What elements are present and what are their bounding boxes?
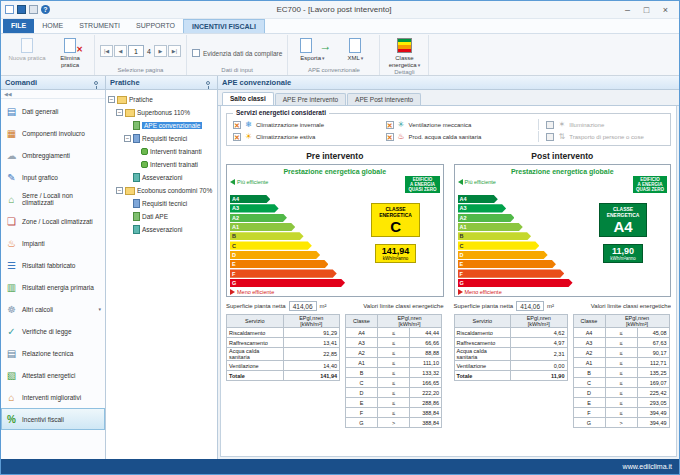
sidebar-item-attestati-energetici[interactable]: ▧Attestati energetici xyxy=(1,364,105,386)
table-row: Riscaldamento91,29 xyxy=(227,328,340,338)
page-total-label: 4 xyxy=(145,48,153,55)
class-limit: 45,08 xyxy=(637,328,669,338)
tree-item-requisiti-tecnici-eco[interactable]: Requisiti tecnici xyxy=(106,197,217,210)
sidebar-item-serre-locali-non-climatizzati[interactable]: ⌂Serre / Locali non climatizzati xyxy=(1,188,105,210)
tree-item-interventi-trainanti[interactable]: Interventi trainanti xyxy=(106,145,217,158)
sidebar-item-ombreggiamenti[interactable]: ☁Ombreggiamenti xyxy=(1,144,105,166)
class-limit: 88,88 xyxy=(410,348,442,358)
tab-salto-classi[interactable]: Salto classi xyxy=(222,92,274,105)
print-icon[interactable] xyxy=(29,5,38,14)
checkbox-checked-icon[interactable]: ✕ xyxy=(386,133,394,141)
sidebar-item-altri-calcoli[interactable]: ☸Altri calcoli▾ xyxy=(1,298,105,320)
sidebar-item-dati-generali[interactable]: ▤Dati generali xyxy=(1,100,105,122)
group-label-dettagli: Dettagli xyxy=(385,68,423,76)
service-acqua-calda-sanitaria[interactable]: ✕♨Prod. acqua calda sanitaria xyxy=(386,131,531,142)
checkbox-checked-icon[interactable]: ✕ xyxy=(233,121,241,129)
ribbon-tab-strumenti[interactable]: STRUMENTI xyxy=(71,19,128,33)
pin-icon[interactable] xyxy=(206,81,210,85)
hot-water-icon: ♨ xyxy=(397,132,406,141)
page-navigator: |◀ ◀ 1 4 ▶ ▶| xyxy=(100,45,181,57)
service-climatizzazione-invernale[interactable]: ✕❄Climatizzazione invernale xyxy=(233,119,378,130)
sidebar-item-risultati-fabbricato[interactable]: ☰Risultati fabbricato xyxy=(1,254,105,276)
red-arrow-icon xyxy=(230,289,235,295)
tree-item-ecobonus[interactable]: −Ecobonus condomini 70% xyxy=(106,184,217,197)
prev-page-button[interactable]: ◀ xyxy=(114,45,127,57)
maximize-button[interactable]: □ xyxy=(637,3,656,17)
dropdown-icon: ▾ xyxy=(98,306,101,313)
sidebar-item-relazione-tecnica[interactable]: ▤Relazione tecnica xyxy=(1,342,105,364)
nuova-pratica-button[interactable]: Nuova pratica xyxy=(8,36,46,68)
sidebar-item-risultati-energia-primaria[interactable]: ▥Risultati energia primaria xyxy=(1,276,105,298)
help-icon[interactable]: ? xyxy=(41,5,50,14)
sidebar-item-verifiche-di-legge[interactable]: ✓Verifiche di legge xyxy=(1,320,105,342)
tree-expander[interactable]: − xyxy=(108,96,115,103)
xml-button[interactable]: XML▾ xyxy=(336,36,374,62)
ribbon-tab-supporto[interactable]: SUPPORTO xyxy=(128,19,183,33)
table-row-total: Totale141,94 xyxy=(227,371,340,381)
edilclima-link[interactable]: www.edilclima.it xyxy=(623,463,672,470)
service-ventilazione-meccanica[interactable]: ✕✳Ventilazione meccanica xyxy=(386,119,531,130)
class-limit: 225,42 xyxy=(637,388,669,398)
minimize-button[interactable]: – xyxy=(618,3,637,17)
ribbon-tab-home[interactable]: HOME xyxy=(34,19,71,33)
sidebar-item-incentivi-fiscali[interactable]: %Incentivi fiscali xyxy=(1,408,105,430)
tree-item-interventi-trainati[interactable]: Interventi trainati xyxy=(106,158,217,171)
save-icon[interactable] xyxy=(17,5,26,14)
table-row: A1≤111,10 xyxy=(346,358,442,368)
tab-ape-pre-intervento[interactable]: APE Pre intervento xyxy=(275,93,346,105)
service-illuminazione: ✶Illuminazione xyxy=(538,119,664,130)
class-bar-e: E xyxy=(230,260,328,268)
tree-item-asseverazioni[interactable]: Asseverazioni xyxy=(106,171,217,184)
page-number-input[interactable]: 1 xyxy=(128,45,144,57)
tree-item-asseverazioni-eco[interactable]: Asseverazioni xyxy=(106,223,217,236)
new-file-icon[interactable] xyxy=(5,5,14,14)
tree-item-pratiche[interactable]: −Pratiche xyxy=(106,93,217,106)
class-bar-a1: A1 xyxy=(230,223,295,231)
elimina-pratica-button[interactable]: ✕ Elimina pratica xyxy=(51,36,89,68)
collapse-sidebar-button[interactable]: ◀◀ xyxy=(4,90,12,98)
ribbon-tab-incentivi-fiscali[interactable]: INCENTIVI FISCALI xyxy=(183,19,265,33)
more-efficient-label: Più efficiente xyxy=(458,178,496,186)
sidebar-item-impianti[interactable]: ♨Impianti xyxy=(1,232,105,254)
table-row: G>394,49 xyxy=(573,418,669,428)
tree-expander[interactable]: − xyxy=(116,187,123,194)
tree-item-dati-ape[interactable]: Dati APE xyxy=(106,210,217,223)
tree-item-superbonus[interactable]: −Superbonus 110% xyxy=(106,106,217,119)
classe-energetica-button[interactable]: Classe energetica▾ xyxy=(385,36,423,68)
ribbon-tab-file[interactable]: FILE xyxy=(3,19,34,33)
checkbox-checked-icon[interactable]: ✕ xyxy=(386,121,394,129)
salto-classi-page: Servizi energetici considerati ✕❄Climati… xyxy=(220,106,677,457)
evidenzia-checkbox[interactable] xyxy=(192,49,200,57)
tree-item-requisiti-tecnici[interactable]: −Requisiti tecnici xyxy=(106,132,217,145)
tree-item-ape-convenzionale[interactable]: APE convenzionale xyxy=(106,119,217,132)
tree-expander[interactable]: − xyxy=(124,135,131,142)
class-limit: 222,20 xyxy=(410,388,442,398)
service-climatizzazione-estiva[interactable]: ✕☀Climatizzazione estiva xyxy=(233,131,378,142)
service-trasporto: ⇅Trasporto di persone o cose xyxy=(538,131,664,142)
service-value: 4,62 xyxy=(511,328,568,338)
sidebar-item-zone-locali-climatizzati[interactable]: ❏Zone / Locali climatizzati xyxy=(1,210,105,232)
checkbox-checked-icon[interactable]: ✕ xyxy=(233,133,241,141)
next-page-button[interactable]: ▶ xyxy=(154,45,167,57)
first-page-button[interactable]: |◀ xyxy=(100,45,113,57)
export-icon: → xyxy=(293,37,331,54)
service-name: Riscaldamento xyxy=(454,328,511,338)
sidebar-item-componenti-involucro[interactable]: ▦Componenti involucro xyxy=(1,122,105,144)
comandi-panel-header: Comandi xyxy=(1,76,105,90)
esporta-button[interactable]: → Esporta▾ xyxy=(293,36,331,62)
last-page-button[interactable]: ▶| xyxy=(168,45,181,57)
service-value: 13,41 xyxy=(283,338,340,348)
comparison-panels: Pre intervento Prestazione energetica gl… xyxy=(226,151,671,454)
tab-ape-post-intervento[interactable]: APE Post intervento xyxy=(347,93,421,105)
sidebar-item-input-grafico[interactable]: ✎Input grafico xyxy=(1,166,105,188)
tree-expander[interactable]: − xyxy=(116,109,123,116)
table-row: Raffrescamento13,41 xyxy=(227,338,340,348)
class-bar-b: B xyxy=(458,232,532,240)
close-button[interactable]: × xyxy=(656,3,675,17)
class-bar-a4: A4 xyxy=(230,195,270,203)
evidenzia-dati-row[interactable]: Evidenzia dati da compilare xyxy=(192,49,283,57)
sidebar-item-interventi-migliorativi[interactable]: ⌂Interventi migliorativi xyxy=(1,386,105,408)
class-name: A1 xyxy=(573,358,605,368)
service-value: 141,94 xyxy=(283,371,340,381)
pin-icon[interactable] xyxy=(94,81,98,85)
